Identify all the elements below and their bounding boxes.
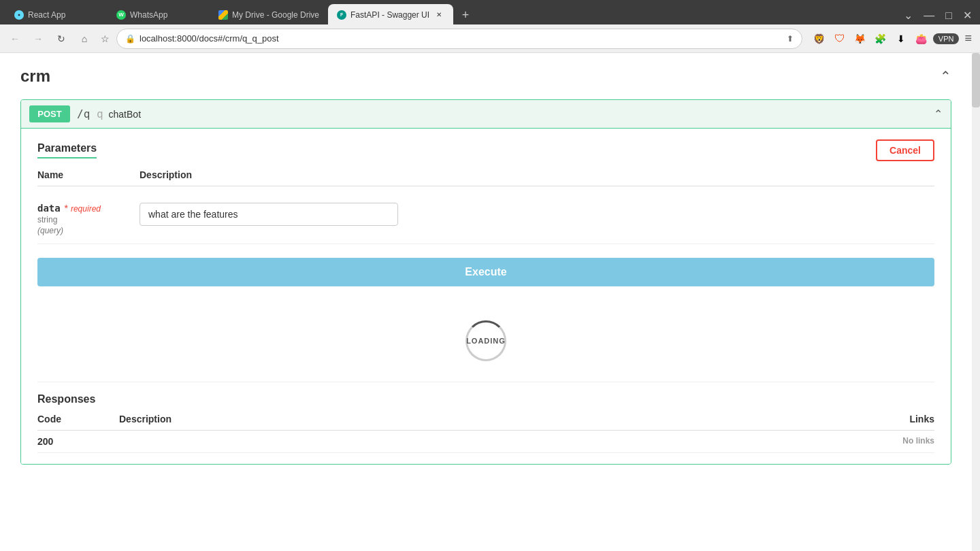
- param-required-label: required: [71, 204, 101, 214]
- param-required-star: *: [65, 203, 68, 214]
- response-desc: [119, 436, 853, 447]
- endpoint-section: POST /q q chatBot ⌃ Parameters Cancel: [20, 99, 951, 465]
- endpoint-path-suffix: q: [97, 107, 103, 120]
- params-header: Parameters Cancel: [37, 139, 934, 161]
- restore-button[interactable]: □: [943, 7, 955, 24]
- param-name: data: [37, 203, 61, 214]
- tab-whatsapp[interactable]: W WhatsApp: [108, 4, 210, 24]
- param-location: (query): [37, 226, 63, 235]
- vpn-badge[interactable]: VPN: [933, 33, 960, 44]
- whatsapp-favicon: W: [116, 10, 126, 20]
- endpoint-name: chatBot: [109, 109, 141, 120]
- params-title: Parameters: [37, 142, 97, 158]
- tab-react[interactable]: React App: [5, 4, 108, 24]
- url-actions: ⬆: [787, 34, 794, 44]
- params-table: Name Description data * required string …: [37, 169, 934, 244]
- response-row: 200 No links: [37, 431, 934, 453]
- toolbar-icons: 🦁 🛡 🦊 🧩 ⬇ 👛 VPN ≡: [811, 29, 975, 48]
- crm-title: crm: [20, 67, 50, 86]
- loading-spinner: LOADING: [466, 320, 506, 361]
- google-drive-favicon: [218, 10, 228, 20]
- tab-drive[interactable]: My Drive - Google Drive: [210, 4, 328, 24]
- brave-icon[interactable]: 🦁: [811, 30, 828, 48]
- url-display[interactable]: localhost:8000/docs#/crm/q_q_post: [140, 33, 783, 44]
- tab-list-button[interactable]: ⌄: [901, 6, 915, 24]
- new-tab-button[interactable]: +: [456, 5, 475, 24]
- menu-button[interactable]: ≡: [962, 29, 975, 48]
- tab-react-label: React App: [28, 10, 99, 20]
- share-icon[interactable]: ⬆: [787, 34, 794, 44]
- fastapi-favicon: F: [337, 10, 346, 20]
- url-bar: ← → ↻ ⌂ ☆ 🔒 localhost:8000/docs#/crm/q_q…: [0, 24, 980, 53]
- scrollbar-thumb[interactable]: [972, 53, 980, 107]
- execute-button[interactable]: Execute: [37, 258, 934, 286]
- param-data-input[interactable]: [140, 203, 398, 226]
- back-button[interactable]: ←: [5, 29, 24, 48]
- download-icon[interactable]: ⬇: [892, 30, 910, 48]
- home-button[interactable]: ⌂: [75, 29, 94, 48]
- react-favicon: [14, 10, 24, 20]
- loading-text: LOADING: [466, 337, 506, 345]
- endpoint-chevron-icon[interactable]: ⌃: [934, 107, 943, 120]
- param-input-cell: [140, 203, 934, 226]
- forward-button[interactable]: →: [29, 29, 48, 48]
- method-badge: POST: [29, 105, 70, 122]
- wallet-icon[interactable]: 👛: [913, 30, 930, 48]
- col-desc-header: Description: [140, 169, 934, 180]
- tab-controls: ⌄ — □ ✕: [901, 6, 975, 24]
- param-name-cell: data * required string (query): [37, 203, 140, 235]
- endpoint-path-text: /q: [77, 107, 90, 120]
- responses-desc-header: Description: [119, 414, 853, 424]
- url-container[interactable]: 🔒 localhost:8000/docs#/crm/q_q_post ⬆: [116, 29, 802, 49]
- browser-window: React App W WhatsApp My Drive - Google D…: [0, 0, 980, 551]
- param-row: data * required string (query): [37, 195, 934, 244]
- puzzle-icon[interactable]: 🧩: [872, 30, 889, 48]
- shields-icon[interactable]: 🛡: [831, 30, 849, 48]
- param-type: string: [37, 215, 140, 224]
- tab-fastapi[interactable]: F FastAPI - Swagger UI ✕: [328, 4, 453, 24]
- responses-code-header: Code: [37, 414, 119, 424]
- scrollbar-track[interactable]: [972, 53, 980, 551]
- response-links: No links: [853, 436, 934, 447]
- crm-collapse-button[interactable]: ⌃: [940, 68, 951, 84]
- bookmark-button[interactable]: ☆: [98, 31, 112, 47]
- tab-whatsapp-label: WhatsApp: [130, 10, 201, 20]
- page-content: crm ⌃ POST /q q chatBot ⌃: [0, 53, 972, 551]
- security-icon: 🔒: [125, 34, 135, 44]
- tab-fastapi-close[interactable]: ✕: [434, 10, 444, 20]
- extension1-icon[interactable]: 🦊: [851, 30, 869, 48]
- reload-button[interactable]: ↻: [52, 29, 71, 48]
- minimize-button[interactable]: —: [921, 7, 937, 24]
- tab-drive-label: My Drive - Google Drive: [232, 10, 319, 20]
- tab-bar: React App W WhatsApp My Drive - Google D…: [0, 0, 980, 24]
- responses-title: Responses: [37, 393, 934, 405]
- params-table-header: Name Description: [37, 169, 934, 186]
- loading-container: LOADING: [37, 300, 934, 382]
- responses-links-header: Links: [853, 414, 934, 424]
- responses-table-header: Code Description Links: [37, 414, 934, 431]
- endpoint-header[interactable]: POST /q q chatBot ⌃: [21, 100, 951, 129]
- col-name-header: Name: [37, 169, 140, 180]
- close-window-button[interactable]: ✕: [960, 6, 975, 24]
- responses-section: Responses Code Description Links 200 No …: [37, 382, 934, 453]
- cancel-button[interactable]: Cancel: [876, 139, 934, 161]
- tab-fastapi-label: FastAPI - Swagger UI: [350, 10, 429, 20]
- endpoint-path: /q q: [77, 107, 103, 120]
- crm-section-header: crm ⌃: [20, 67, 951, 86]
- response-code: 200: [37, 436, 119, 447]
- endpoint-body: Parameters Cancel Name Description data: [21, 129, 951, 464]
